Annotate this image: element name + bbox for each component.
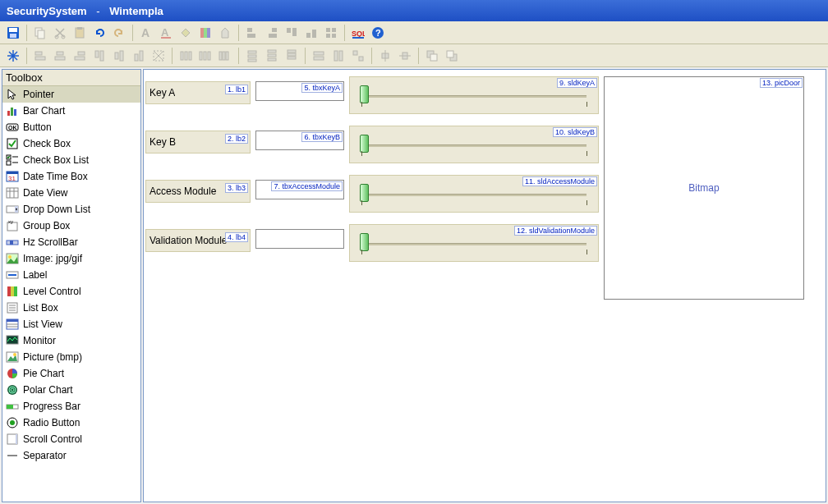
slider-thumb[interactable] bbox=[360, 85, 369, 103]
toolbox-item-datetime[interactable]: 31Date Time Box bbox=[2, 168, 140, 185]
checkbox-icon bbox=[5, 137, 20, 150]
dist-h2-icon[interactable] bbox=[196, 47, 214, 65]
toolbox-item-pointer[interactable]: Pointer bbox=[2, 86, 140, 103]
help-icon[interactable]: ? bbox=[369, 24, 387, 42]
bring-front-icon[interactable] bbox=[423, 47, 441, 65]
copy-group-icon[interactable] bbox=[322, 24, 340, 42]
undo-icon[interactable] bbox=[90, 24, 108, 42]
design-textbox[interactable]: 5. tbxKeyA bbox=[255, 81, 344, 101]
svg-rect-28 bbox=[352, 37, 364, 39]
align-top-icon[interactable] bbox=[283, 24, 301, 42]
sql-icon[interactable]: SQL bbox=[349, 24, 367, 42]
font-bold-icon[interactable]: A bbox=[137, 24, 155, 42]
toolbox-item-label: Date Time Box bbox=[23, 171, 88, 182]
center-v-icon[interactable] bbox=[396, 47, 414, 65]
fill-icon[interactable] bbox=[177, 24, 195, 42]
svg-rect-57 bbox=[268, 54, 276, 57]
toolbox-item-dateview[interactable]: Date View bbox=[2, 185, 140, 201]
send-back-icon[interactable] bbox=[443, 47, 461, 65]
select-all-icon[interactable] bbox=[150, 47, 168, 65]
toolbox-item-radio[interactable]: Radio Button bbox=[2, 415, 140, 431]
palette-icon[interactable] bbox=[196, 24, 214, 42]
toolbox-item-label: Drop Down List bbox=[23, 204, 90, 215]
redo-icon[interactable] bbox=[110, 24, 128, 42]
dist-v1-icon[interactable] bbox=[243, 47, 261, 65]
svg-rect-56 bbox=[268, 50, 276, 53]
width-same-icon[interactable] bbox=[310, 47, 328, 65]
align-t2-icon[interactable] bbox=[90, 47, 108, 65]
design-slider[interactable]: 9. sldKeyA bbox=[349, 76, 599, 114]
design-label[interactable]: Key B2. lb2 bbox=[145, 131, 251, 153]
toolbox-item-scroll[interactable]: Scroll Control bbox=[2, 431, 140, 447]
dist-v3-icon[interactable] bbox=[283, 47, 301, 65]
toolbox-item-progress[interactable]: Progress Bar bbox=[2, 398, 140, 415]
snowflake-icon[interactable] bbox=[4, 47, 22, 65]
size-same-icon[interactable] bbox=[349, 47, 367, 65]
design-label[interactable]: Validation Module4. lb4 bbox=[145, 229, 251, 252]
design-label[interactable]: Key A1. lb1 bbox=[145, 81, 251, 104]
control-tag: 13. picDoor bbox=[760, 78, 803, 88]
cut-icon[interactable] bbox=[51, 24, 69, 42]
font-color-icon[interactable]: A bbox=[157, 24, 175, 42]
svg-rect-37 bbox=[95, 51, 99, 57]
align-m2-icon[interactable] bbox=[110, 47, 128, 65]
save-icon[interactable] bbox=[4, 24, 22, 42]
design-surface[interactable]: Key A1. lb1Key B2. lb2Access Module3. lb… bbox=[143, 69, 826, 502]
toolbox-item-checkboxlist[interactable]: Check Box List bbox=[2, 152, 140, 168]
design-slider[interactable]: 10. sldKeyB bbox=[349, 126, 599, 163]
svg-rect-8 bbox=[77, 27, 82, 30]
align-r2-icon[interactable] bbox=[71, 47, 89, 65]
dist-v2-icon[interactable] bbox=[263, 47, 281, 65]
toolbox-item-button[interactable]: OKButton bbox=[2, 119, 140, 135]
style-icon[interactable] bbox=[216, 24, 234, 42]
design-label[interactable]: Access Module3. lb3 bbox=[145, 180, 251, 203]
height-same-icon[interactable] bbox=[329, 47, 347, 65]
align-bottom-icon[interactable] bbox=[302, 24, 320, 42]
design-textbox[interactable] bbox=[255, 229, 344, 249]
toolbox-item-polar[interactable]: Polar Chart bbox=[2, 382, 140, 398]
align-b2-icon[interactable] bbox=[130, 47, 148, 65]
svg-rect-45 bbox=[185, 52, 187, 60]
barchart-icon bbox=[5, 104, 20, 117]
align-l2-icon[interactable] bbox=[31, 47, 49, 65]
align-right-icon[interactable] bbox=[263, 24, 281, 42]
slider-thumb[interactable] bbox=[360, 184, 369, 202]
slider-thumb[interactable] bbox=[360, 233, 369, 251]
toolbox-item-barchart[interactable]: Bar Chart bbox=[2, 103, 140, 119]
center-h-icon[interactable] bbox=[376, 47, 394, 65]
svg-rect-40 bbox=[120, 51, 123, 61]
title-bar: SecuritySystem - Wintempla bbox=[0, 0, 828, 21]
toolbox-item-separator[interactable]: Separator bbox=[2, 447, 140, 464]
toolbox-item-label: Label bbox=[23, 269, 47, 281]
button-icon: OK bbox=[5, 121, 20, 134]
align-left-icon[interactable] bbox=[243, 24, 261, 42]
toolbox-item-picture[interactable]: Picture (bmp) bbox=[2, 349, 140, 365]
design-textbox[interactable]: 7. tbxAccessModule bbox=[255, 180, 344, 199]
design-textbox[interactable]: 6. tbxKeyB bbox=[255, 131, 344, 150]
design-picture[interactable]: 13. picDoorBitmap bbox=[604, 76, 804, 300]
svg-rect-53 bbox=[248, 51, 256, 53]
toolbox-item-groupbox[interactable]: xyGroup Box bbox=[2, 218, 140, 234]
toolbox-item-checkbox[interactable]: Check Box bbox=[2, 135, 140, 152]
toolbox-item-piechart[interactable]: Pie Chart bbox=[2, 365, 140, 382]
svg-rect-2 bbox=[10, 34, 16, 38]
toolbox-item-monitor[interactable]: Monitor bbox=[2, 332, 140, 349]
toolbox-item-label[interactable]: Label bbox=[2, 267, 140, 283]
slider-thumb[interactable] bbox=[360, 135, 369, 153]
align-c2-icon[interactable] bbox=[51, 47, 69, 65]
dist-h1-icon[interactable] bbox=[177, 47, 195, 65]
svg-rect-22 bbox=[312, 30, 316, 38]
toolbox-item-listview[interactable]: List View bbox=[2, 316, 140, 332]
paste-icon[interactable] bbox=[71, 24, 89, 42]
copy-icon[interactable] bbox=[31, 24, 49, 42]
toolbox-item-hzscroll[interactable]: Hz ScrollBar bbox=[2, 234, 140, 250]
toolbox-item-listbox[interactable]: List Box bbox=[2, 300, 140, 316]
toolbox-item-image[interactable]: Image: jpg/gif bbox=[2, 250, 140, 267]
design-slider[interactable]: 12. sldValidationModule bbox=[349, 224, 599, 262]
groupbox-icon: xy bbox=[5, 219, 20, 232]
toolbox-item-dropdown[interactable]: Drop Down List bbox=[2, 201, 140, 218]
control-tag: 1. lb1 bbox=[225, 85, 248, 94]
dist-h3-icon[interactable] bbox=[216, 47, 234, 65]
design-slider[interactable]: 11. sldAccessModule bbox=[349, 175, 599, 213]
toolbox-item-level[interactable]: Level Control bbox=[2, 283, 140, 300]
